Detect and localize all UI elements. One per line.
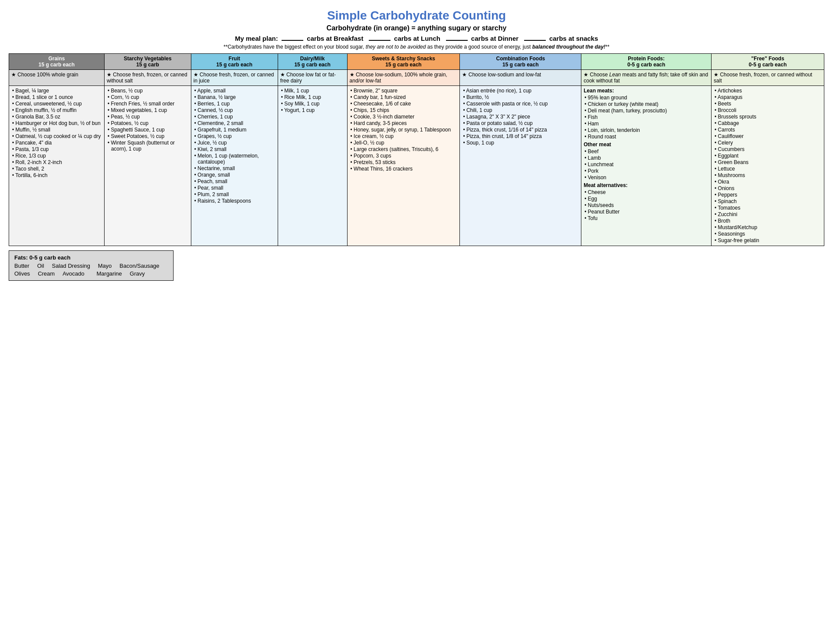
list-item: Yogurt, 1 cup	[280, 107, 345, 113]
list-item: Venison	[584, 174, 709, 181]
list-item: Sugar-free gelatin	[714, 237, 822, 243]
subtitle: Carbohydrate (in orange) = anything suga…	[9, 24, 824, 32]
th-protein: Protein Foods:0-5 g carb each	[581, 54, 712, 70]
meat-alt-items: Cheese Egg Nuts/seeds Peanut Butter Tofu	[584, 189, 709, 221]
list-item: Jell-O, ½ cup	[350, 140, 458, 146]
list-item: Kiwi, 2 small	[193, 146, 275, 152]
list-item: Lamb	[584, 155, 709, 161]
list-item: Banana, ½ large	[193, 94, 275, 100]
list-item: Rice Milk, 1 cup	[280, 94, 345, 100]
list-item: Peppers	[714, 192, 822, 198]
free-choose: Choose fresh, frozen, or canned without …	[712, 70, 824, 86]
list-item: Apple, small	[193, 88, 275, 94]
list-item: Broth	[714, 218, 822, 224]
list-item: Juice, ½ cup	[193, 140, 275, 146]
list-item: Seasonings	[714, 231, 822, 237]
meal-plan-row: My meal plan: carbs at Breakfast carbs a…	[9, 35, 824, 42]
fats-item: Gravy	[130, 270, 145, 277]
list-item: Pork	[584, 168, 709, 174]
list-item: Popcorn, 3 cups	[350, 153, 458, 159]
list-item: Celery	[714, 140, 822, 146]
th-free: "Free" Foods0-5 g carb each	[712, 54, 824, 70]
sweets-list: Brownie, 2" square Candy bar, 1 fun-size…	[347, 86, 460, 246]
th-combo: Combination Foods15 g carb each	[460, 54, 581, 70]
list-item: Soy Milk, 1 cup	[280, 101, 345, 107]
list-item: Egg	[584, 196, 709, 202]
fats-row2: Olives Cream Avocado Margarine Gravy	[14, 270, 168, 277]
list-item: Spinach	[714, 198, 822, 204]
th-grains: Grains15 g carb each	[9, 54, 105, 70]
protein-list: Lean meats: 95% lean ground Chicken or t…	[581, 86, 712, 246]
header-row: Grains15 g carb each Starchy Vegetables1…	[9, 54, 824, 70]
grains-choose: Choose 100% whole grain	[9, 70, 105, 86]
protein-choose-text: Choose Lean meats and fatty fish; take o…	[584, 72, 709, 84]
list-item: Corn, ½ cup	[107, 94, 189, 100]
dinner-label: carbs at Dinner	[471, 35, 518, 42]
breakfast-label: carbs at Breakfast	[307, 35, 363, 42]
snacks-label: carbs at snacks	[549, 35, 598, 42]
fruit-list: Apple, small Banana, ½ large Berries, 1 …	[191, 86, 278, 246]
lean-meats-items: 95% lean ground Chicken or turkey (white…	[584, 95, 709, 140]
fats-box: Fats: 0-5 g carb each Butter Oil Salad D…	[9, 250, 174, 281]
list-item: Okra	[714, 179, 822, 185]
list-item: Lunchmeat	[584, 161, 709, 168]
list-item: Cabbage	[714, 120, 822, 126]
list-item: Pasta or potato salad, ½ cup	[462, 120, 579, 126]
list-item: Cookie, 3 ½-inch diameter	[350, 114, 458, 120]
list-item: Grapes, ½ cup	[193, 133, 275, 139]
list-item: Milk, 1 cup	[280, 88, 345, 94]
disclaimer: **Carbohydrates have the biggest effect …	[9, 44, 824, 50]
list-item: Lettuce	[714, 166, 822, 172]
list-item: Taco shell, 2	[11, 166, 102, 172]
fruit-choose-text: Choose fresh, frozen, or canned in juice	[193, 72, 275, 84]
dairy-items: Milk, 1 cup Rice Milk, 1 cup Soy Milk, 1…	[280, 88, 345, 113]
free-items: Artichokes Asparagus Beets Broccoli Brus…	[714, 88, 822, 243]
other-meat-items: Beef Lamb Lunchmeat Pork Venison	[584, 148, 709, 181]
list-item: Tofu	[584, 215, 709, 221]
list-item: Winter Squash (butternut or acorn), 1 cu…	[107, 140, 189, 152]
list-item: Orange, small	[193, 172, 275, 178]
fats-row1: Butter Oil Salad Dressing Mayo Bacon/Sau…	[14, 263, 168, 269]
list-item: Beets	[714, 101, 822, 107]
fats-title: Fats: 0-5 g carb each	[14, 254, 168, 261]
list-item: Pizza, thick crust, 1/16 of 14" pizza	[462, 127, 579, 133]
dairy-choose-text: Choose low fat or fat-free dairy	[280, 72, 345, 84]
list-item: Deli meat (ham, turkey, prosciutto)	[584, 108, 709, 114]
items-row: Bagel, ¼ large Bread, 1 slice or 1 ounce…	[9, 86, 824, 246]
list-item: Tortilla, 6-inch	[11, 172, 102, 178]
grains-choose-text: Choose 100% whole grain	[11, 72, 102, 78]
lean-meats-title: Lean meats:	[584, 88, 709, 94]
list-item: Oatmeal, ½ cup cooked or ¼ cup dry	[11, 133, 102, 139]
list-item: Peach, small	[193, 178, 275, 184]
list-item: Grapefruit, 1 medium	[193, 127, 275, 133]
list-item: Green Beans	[714, 159, 822, 165]
list-item: Bread, 1 slice or 1 ounce	[11, 94, 102, 100]
th-sweets: Sweets & Starchy Snacks15 g carb each	[347, 54, 460, 70]
th-fruit: Fruit15 g carb each	[191, 54, 278, 70]
lunch-label: carbs at Lunch	[394, 35, 440, 42]
fruit-items: Apple, small Banana, ½ large Berries, 1 …	[193, 88, 275, 204]
fats-item: Mayo	[98, 263, 112, 269]
starchy-items: Beans, ½ cup Corn, ½ cup French Fries, ½…	[107, 88, 189, 152]
fats-item: Bacon/Sausage	[120, 263, 160, 269]
list-item: Nuts/seeds	[584, 202, 709, 208]
combo-choose-text: Choose low-sodium and low-fat	[462, 72, 579, 78]
list-item: Honey, sugar, jelly, or syrup, 1 Tablesp…	[350, 127, 458, 133]
starchy-choose-text: Choose fresh, frozen, or canned without …	[107, 72, 189, 84]
grains-items: Bagel, ¼ large Bread, 1 slice or 1 ounce…	[11, 88, 102, 178]
page-title: Simple Carbohydrate Counting	[9, 9, 824, 23]
list-item: Pear, small	[193, 185, 275, 191]
fruit-choose: Choose fresh, frozen, or canned in juice	[191, 70, 278, 86]
list-item: Canned, ½ cup	[193, 107, 275, 113]
fats-item: Butter	[14, 263, 30, 269]
sweets-choose-text: Choose low-sodium, 100% whole grain, and…	[350, 72, 458, 84]
list-item: Clementine, 2 small	[193, 120, 275, 126]
list-item: Nectarine, small	[193, 165, 275, 171]
list-item: Muffin, ½ small	[11, 127, 102, 133]
list-item: Casserole with pasta or rice, ½ cup	[462, 101, 579, 107]
starchy-list: Beans, ½ cup Corn, ½ cup French Fries, ½…	[104, 86, 191, 246]
list-item: Hamburger or Hot dog bun, ½ of bun	[11, 120, 102, 126]
list-item: Wheat Thins, 16 crackers	[350, 166, 458, 172]
fats-item: Avocado	[62, 270, 84, 277]
fats-item: Oil	[37, 263, 44, 269]
